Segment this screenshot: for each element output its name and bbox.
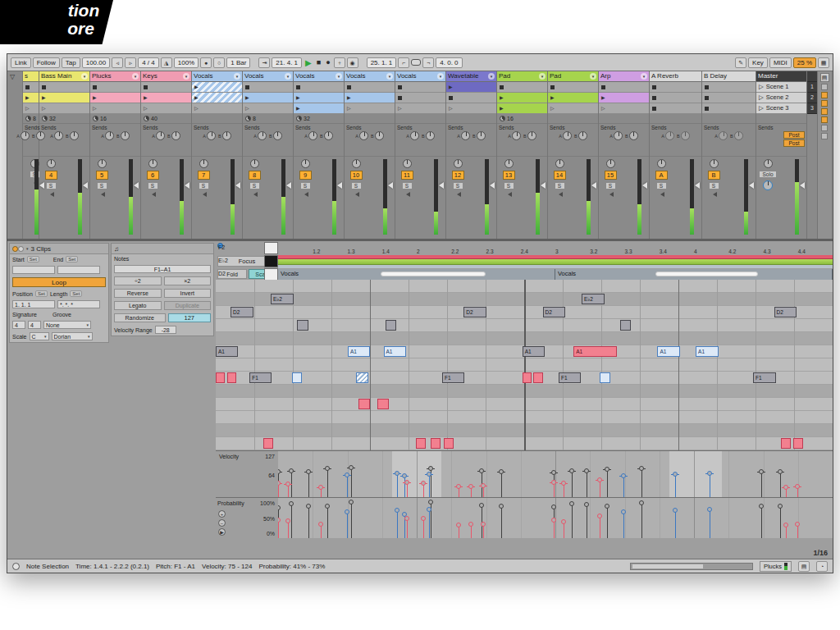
knob-icon[interactable] bbox=[563, 131, 572, 140]
probability-marker[interactable] bbox=[554, 498, 555, 538]
clip-slot[interactable]: ▶ bbox=[446, 82, 496, 93]
back-to-arrangement-icon[interactable]: ⇥ bbox=[258, 57, 270, 68]
fader-handle[interactable] bbox=[588, 182, 596, 189]
midi-note[interactable] bbox=[263, 438, 273, 449]
velocity-marker[interactable] bbox=[587, 451, 587, 497]
probability-marker[interactable] bbox=[397, 498, 398, 538]
double-time-button[interactable]: ×2 bbox=[164, 276, 212, 285]
track-header[interactable]: Vocals▾ bbox=[395, 71, 445, 82]
track-activator-number[interactable]: B bbox=[708, 171, 720, 180]
midi-note[interactable]: A1 bbox=[384, 346, 407, 357]
nudge-down-icon[interactable]: ◃ bbox=[112, 57, 123, 68]
solo-button[interactable]: S bbox=[656, 182, 667, 189]
send-a-knob[interactable]: A bbox=[253, 131, 267, 140]
clip-slot[interactable] bbox=[39, 82, 89, 93]
probability-circle-icon[interactable] bbox=[673, 508, 678, 513]
clip-slot[interactable]: ▷ bbox=[446, 103, 496, 114]
knob-icon[interactable] bbox=[375, 131, 384, 140]
knob-icon[interactable] bbox=[36, 131, 45, 140]
clip-slot[interactable]: ▶ bbox=[294, 103, 344, 114]
clip-slot[interactable] bbox=[90, 82, 140, 93]
send-b-knob[interactable]: B bbox=[218, 131, 231, 140]
track-header[interactable]: Plucks▾ bbox=[90, 71, 140, 82]
knob-icon[interactable] bbox=[629, 131, 638, 140]
clip-slot[interactable] bbox=[650, 93, 701, 103]
pan-knob[interactable] bbox=[764, 159, 773, 168]
orange-toggle[interactable] bbox=[821, 116, 828, 123]
pan-knob[interactable] bbox=[148, 159, 158, 168]
speaker-icon[interactable] bbox=[302, 192, 308, 197]
velocity-circle-icon[interactable] bbox=[561, 481, 566, 486]
pan-knob[interactable] bbox=[199, 159, 208, 168]
track-dropdown-icon[interactable]: ▾ bbox=[437, 73, 444, 80]
scrollbar-thumb[interactable] bbox=[632, 564, 703, 568]
velocity-marker[interactable] bbox=[554, 451, 555, 497]
selected-track-chip[interactable]: Plucks bbox=[760, 561, 792, 572]
velocity-marker[interactable] bbox=[780, 451, 781, 497]
probability-circle-icon[interactable] bbox=[427, 507, 431, 512]
pan-knob[interactable] bbox=[250, 159, 259, 168]
pitch-range-field[interactable]: F1–A1 bbox=[114, 265, 211, 273]
fader-handle[interactable] bbox=[692, 182, 700, 189]
track-activator-number[interactable]: 4 bbox=[45, 171, 57, 180]
signature-numerator[interactable]: 4 bbox=[12, 321, 25, 329]
velocity-circle-icon[interactable] bbox=[481, 483, 486, 488]
knob-icon[interactable] bbox=[461, 131, 470, 140]
speaker-icon[interactable] bbox=[48, 192, 54, 197]
send-a-knob[interactable]: A bbox=[508, 131, 521, 140]
send-a-knob[interactable]: A bbox=[355, 131, 368, 140]
position-set-button[interactable]: Set bbox=[35, 290, 48, 297]
velocity-marker[interactable] bbox=[600, 451, 600, 497]
send-b-knob[interactable]: B bbox=[269, 131, 282, 140]
punch-in-icon[interactable]: ⌐ bbox=[398, 57, 409, 68]
track-header[interactable]: Pad▾ bbox=[497, 71, 547, 82]
velocity-circle-icon[interactable] bbox=[621, 473, 626, 478]
probability-marker[interactable] bbox=[407, 498, 408, 538]
track-dropdown-icon[interactable]: ▾ bbox=[285, 73, 291, 80]
track-header[interactable]: Vocals▾ bbox=[345, 71, 395, 82]
clip-slot[interactable] bbox=[599, 82, 649, 93]
probability-lane[interactable] bbox=[278, 498, 833, 538]
solo-button[interactable]: S bbox=[605, 182, 616, 189]
clip-slot[interactable]: ▶ bbox=[23, 93, 39, 103]
mixer-io-icon[interactable]: ▤ bbox=[798, 561, 810, 572]
velocity-marker[interactable] bbox=[327, 451, 328, 497]
solo-button[interactable]: S bbox=[199, 182, 209, 189]
knob-icon[interactable] bbox=[512, 131, 521, 140]
knob-icon[interactable] bbox=[527, 131, 536, 140]
velocity-lane[interactable] bbox=[278, 451, 833, 497]
send-a-knob[interactable]: A bbox=[661, 131, 674, 140]
legato-button[interactable]: Legato bbox=[114, 301, 162, 310]
velocity-circle-icon[interactable] bbox=[783, 485, 788, 490]
probability-circle-icon[interactable] bbox=[345, 509, 349, 514]
velocity-circle-icon[interactable] bbox=[778, 469, 783, 474]
velocity-circle-icon[interactable] bbox=[499, 469, 504, 474]
pan-knob[interactable] bbox=[301, 159, 310, 168]
probability-marker[interactable] bbox=[786, 498, 787, 538]
knob-icon[interactable] bbox=[719, 131, 728, 140]
probability-circle-icon[interactable] bbox=[325, 504, 330, 509]
midi-note[interactable] bbox=[600, 372, 609, 383]
clip-slot[interactable] bbox=[345, 82, 395, 93]
velocity-marker[interactable] bbox=[397, 451, 398, 497]
clip-slot[interactable] bbox=[446, 93, 496, 103]
speaker-icon[interactable] bbox=[149, 192, 156, 197]
scene-slot[interactable]: ▷Scene 3 bbox=[756, 103, 806, 114]
knob-icon[interactable] bbox=[54, 131, 63, 140]
fader-handle[interactable] bbox=[80, 182, 88, 189]
solo-button[interactable]: S bbox=[402, 182, 413, 189]
probability-circle-icon[interactable] bbox=[499, 504, 504, 509]
probability-circle-icon[interactable] bbox=[349, 500, 354, 504]
velocity-circle-icon[interactable] bbox=[349, 465, 354, 470]
velocity-marker[interactable] bbox=[641, 451, 642, 497]
send-a-knob[interactable]: A bbox=[203, 131, 216, 140]
probability-marker[interactable] bbox=[288, 498, 289, 538]
velocity-circle-icon[interactable] bbox=[597, 477, 602, 482]
track-dropdown-icon[interactable]: ▾ bbox=[539, 73, 546, 80]
fader-handle[interactable] bbox=[181, 182, 189, 189]
clip-slot[interactable] bbox=[497, 82, 547, 93]
randomize-button[interactable]: Randomize bbox=[114, 313, 166, 322]
send-b-knob[interactable]: B bbox=[625, 131, 638, 140]
clip-slot[interactable] bbox=[395, 82, 445, 93]
send-a-knob[interactable]: A bbox=[152, 131, 165, 140]
